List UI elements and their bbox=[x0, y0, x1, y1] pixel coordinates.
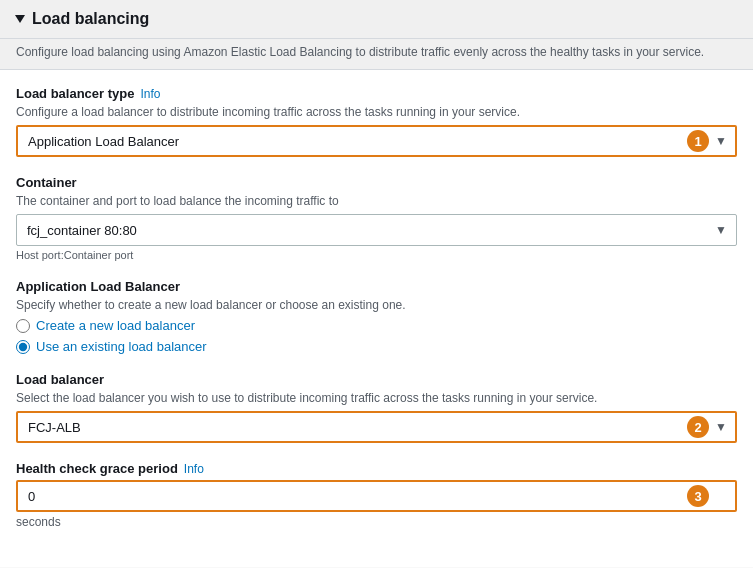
seconds-label: seconds bbox=[16, 515, 737, 529]
load-balancer-type-select[interactable]: Application Load Balancer bbox=[16, 125, 737, 157]
radio-existing-input[interactable] bbox=[16, 340, 30, 354]
load-balancer-group: Load balancer Select the load balancer y… bbox=[16, 372, 737, 443]
alb-label: Application Load Balancer bbox=[16, 279, 180, 294]
health-check-info-link[interactable]: Info bbox=[184, 462, 204, 476]
load-balancer-type-select-wrapper: Application Load Balancer 1 ▼ bbox=[16, 125, 737, 157]
container-label: Container bbox=[16, 175, 77, 190]
load-balancer-type-info-link[interactable]: Info bbox=[140, 87, 160, 101]
radio-create-label[interactable]: Create a new load balancer bbox=[16, 318, 737, 333]
load-balancer-type-label-row: Load balancer type Info bbox=[16, 86, 737, 101]
radio-existing-text: Use an existing load balancer bbox=[36, 339, 207, 354]
content-area: Load balancer type Info Configure a load… bbox=[0, 70, 753, 567]
section-description: Configure load balancing using Amazon El… bbox=[0, 39, 753, 70]
container-group: Container The container and port to load… bbox=[16, 175, 737, 261]
radio-create-text: Create a new load balancer bbox=[36, 318, 195, 333]
load-balancer-type-label: Load balancer type bbox=[16, 86, 134, 101]
load-balancer-type-group: Load balancer type Info Configure a load… bbox=[16, 86, 737, 157]
radio-create-input[interactable] bbox=[16, 319, 30, 333]
health-check-label-row: Health check grace period Info bbox=[16, 461, 737, 476]
health-check-label: Health check grace period bbox=[16, 461, 178, 476]
container-hint: Host port:Container port bbox=[16, 249, 737, 261]
container-select[interactable]: fcj_container 80:80 bbox=[16, 214, 737, 246]
load-balancer-type-desc: Configure a load balancer to distribute … bbox=[16, 105, 737, 119]
page-wrapper: Load balancing Configure load balancing … bbox=[0, 0, 753, 567]
alb-desc: Specify whether to create a new load bal… bbox=[16, 298, 737, 312]
container-select-wrapper: fcj_container 80:80 ▼ bbox=[16, 214, 737, 246]
load-balancer-select-wrapper: FCJ-ALB 2 ▼ bbox=[16, 411, 737, 443]
load-balancer-label-row: Load balancer bbox=[16, 372, 737, 387]
load-balancer-desc: Select the load balancer you wish to use… bbox=[16, 391, 737, 405]
load-balancer-select[interactable]: FCJ-ALB bbox=[16, 411, 737, 443]
health-check-group: Health check grace period Info 3 seconds bbox=[16, 461, 737, 529]
container-label-row: Container bbox=[16, 175, 737, 190]
health-check-input-wrapper: 3 bbox=[16, 480, 737, 512]
section-header: Load balancing bbox=[0, 0, 753, 39]
collapse-icon bbox=[15, 15, 25, 23]
health-check-input[interactable] bbox=[16, 480, 737, 512]
load-balancer-label: Load balancer bbox=[16, 372, 104, 387]
alb-label-row: Application Load Balancer bbox=[16, 279, 737, 294]
radio-existing-label[interactable]: Use an existing load balancer bbox=[16, 339, 737, 354]
alb-radio-options: Create a new load balancer Use an existi… bbox=[16, 318, 737, 354]
container-desc: The container and port to load balance t… bbox=[16, 194, 737, 208]
section-title: Load balancing bbox=[32, 10, 149, 28]
alb-radio-group: Application Load Balancer Specify whethe… bbox=[16, 279, 737, 354]
